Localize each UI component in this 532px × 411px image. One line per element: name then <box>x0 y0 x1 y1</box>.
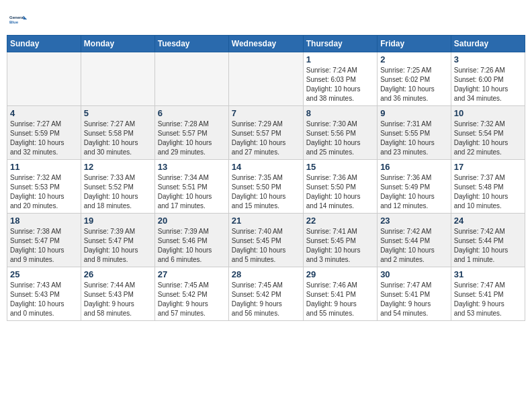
day-number: 9 <box>380 108 448 118</box>
calendar-cell: 20Sunrise: 7:39 AM Sunset: 5:46 PM Dayli… <box>154 214 228 267</box>
calendar-cell: 18Sunrise: 7:38 AM Sunset: 5:47 PM Dayli… <box>7 214 81 267</box>
day-info: Sunrise: 7:43 AM Sunset: 5:43 PM Dayligh… <box>10 281 78 318</box>
svg-text:Blue: Blue <box>9 20 19 24</box>
week-row-1: 1Sunrise: 7:24 AM Sunset: 6:03 PM Daylig… <box>7 52 525 106</box>
day-number: 7 <box>232 108 300 118</box>
day-info: Sunrise: 7:28 AM Sunset: 5:57 PM Dayligh… <box>158 120 226 157</box>
week-row-2: 4Sunrise: 7:27 AM Sunset: 5:59 PM Daylig… <box>7 106 525 160</box>
day-info: Sunrise: 7:27 AM Sunset: 5:58 PM Dayligh… <box>84 120 152 157</box>
day-number: 21 <box>232 216 300 226</box>
calendar-cell: 25Sunrise: 7:43 AM Sunset: 5:43 PM Dayli… <box>7 267 81 321</box>
day-info: Sunrise: 7:40 AM Sunset: 5:45 PM Dayligh… <box>232 227 300 265</box>
day-number: 15 <box>306 162 374 172</box>
calendar-cell <box>81 52 154 106</box>
calendar-cell: 26Sunrise: 7:44 AM Sunset: 5:43 PM Dayli… <box>81 267 154 321</box>
calendar-cell: 6Sunrise: 7:28 AM Sunset: 5:57 PM Daylig… <box>154 106 228 160</box>
day-info: Sunrise: 7:25 AM Sunset: 6:02 PM Dayligh… <box>380 66 448 103</box>
calendar-cell: 22Sunrise: 7:41 AM Sunset: 5:45 PM Dayli… <box>303 214 377 267</box>
week-row-5: 25Sunrise: 7:43 AM Sunset: 5:43 PM Dayli… <box>7 267 525 321</box>
svg-text:General: General <box>9 15 25 19</box>
day-info: Sunrise: 7:41 AM Sunset: 5:45 PM Dayligh… <box>306 227 374 265</box>
day-info: Sunrise: 7:29 AM Sunset: 5:57 PM Dayligh… <box>232 120 300 157</box>
day-number: 8 <box>306 108 374 118</box>
calendar-cell: 9Sunrise: 7:31 AM Sunset: 5:55 PM Daylig… <box>378 106 451 160</box>
day-info: Sunrise: 7:39 AM Sunset: 5:46 PM Dayligh… <box>158 227 226 265</box>
calendar-cell: 2Sunrise: 7:25 AM Sunset: 6:02 PM Daylig… <box>378 52 451 106</box>
header-day-tuesday: Tuesday <box>154 36 228 52</box>
week-row-3: 11Sunrise: 7:32 AM Sunset: 5:53 PM Dayli… <box>7 160 525 214</box>
day-info: Sunrise: 7:36 AM Sunset: 5:49 PM Dayligh… <box>380 173 448 211</box>
calendar-cell: 19Sunrise: 7:39 AM Sunset: 5:47 PM Dayli… <box>81 214 154 267</box>
day-number: 1 <box>306 54 374 64</box>
day-number: 3 <box>454 54 522 64</box>
calendar-cell: 30Sunrise: 7:47 AM Sunset: 5:41 PM Dayli… <box>378 267 451 321</box>
calendar-cell: 7Sunrise: 7:29 AM Sunset: 5:57 PM Daylig… <box>228 106 303 160</box>
calendar-cell: 17Sunrise: 7:37 AM Sunset: 5:48 PM Dayli… <box>451 160 525 214</box>
day-info: Sunrise: 7:39 AM Sunset: 5:47 PM Dayligh… <box>84 227 152 265</box>
day-number: 4 <box>10 108 78 118</box>
calendar-cell: 1Sunrise: 7:24 AM Sunset: 6:03 PM Daylig… <box>303 52 377 106</box>
day-info: Sunrise: 7:45 AM Sunset: 5:42 PM Dayligh… <box>158 281 226 318</box>
day-info: Sunrise: 7:44 AM Sunset: 5:43 PM Dayligh… <box>84 281 152 318</box>
day-info: Sunrise: 7:47 AM Sunset: 5:41 PM Dayligh… <box>380 281 448 318</box>
calendar: SundayMondayTuesdayWednesdayThursdayFrid… <box>7 35 525 321</box>
calendar-cell: 31Sunrise: 7:47 AM Sunset: 5:41 PM Dayli… <box>451 267 525 321</box>
calendar-cell <box>154 52 228 106</box>
calendar-cell: 21Sunrise: 7:40 AM Sunset: 5:45 PM Dayli… <box>228 214 303 267</box>
day-number: 16 <box>380 162 448 172</box>
day-number: 10 <box>454 108 522 118</box>
header-row: SundayMondayTuesdayWednesdayThursdayFrid… <box>7 36 525 52</box>
day-info: Sunrise: 7:42 AM Sunset: 5:44 PM Dayligh… <box>380 227 448 265</box>
day-number: 23 <box>380 216 448 226</box>
day-info: Sunrise: 7:27 AM Sunset: 5:59 PM Dayligh… <box>10 120 78 157</box>
day-number: 19 <box>84 216 152 226</box>
day-info: Sunrise: 7:45 AM Sunset: 5:42 PM Dayligh… <box>232 281 300 318</box>
calendar-cell <box>228 52 303 106</box>
header-day-thursday: Thursday <box>303 36 377 52</box>
day-info: Sunrise: 7:26 AM Sunset: 6:00 PM Dayligh… <box>454 66 522 103</box>
day-info: Sunrise: 7:33 AM Sunset: 5:52 PM Dayligh… <box>84 173 152 211</box>
day-number: 2 <box>380 54 448 64</box>
day-info: Sunrise: 7:46 AM Sunset: 5:41 PM Dayligh… <box>306 281 374 318</box>
logo-icon: GeneralBlue <box>9 9 30 30</box>
calendar-cell <box>7 52 81 106</box>
day-number: 6 <box>158 108 226 118</box>
day-info: Sunrise: 7:36 AM Sunset: 5:50 PM Dayligh… <box>306 173 374 211</box>
day-number: 22 <box>306 216 374 226</box>
day-info: Sunrise: 7:34 AM Sunset: 5:51 PM Dayligh… <box>158 173 226 211</box>
calendar-cell: 15Sunrise: 7:36 AM Sunset: 5:50 PM Dayli… <box>303 160 377 214</box>
calendar-cell: 12Sunrise: 7:33 AM Sunset: 5:52 PM Dayli… <box>81 160 154 214</box>
day-number: 12 <box>84 162 152 172</box>
day-info: Sunrise: 7:47 AM Sunset: 5:41 PM Dayligh… <box>454 281 522 318</box>
page-header: GeneralBlue <box>7 7 525 30</box>
day-number: 20 <box>158 216 226 226</box>
calendar-cell: 10Sunrise: 7:32 AM Sunset: 5:54 PM Dayli… <box>451 106 525 160</box>
day-number: 28 <box>232 269 300 279</box>
day-number: 29 <box>306 269 374 279</box>
header-day-sunday: Sunday <box>7 36 81 52</box>
calendar-cell: 23Sunrise: 7:42 AM Sunset: 5:44 PM Dayli… <box>378 214 451 267</box>
calendar-cell: 11Sunrise: 7:32 AM Sunset: 5:53 PM Dayli… <box>7 160 81 214</box>
calendar-cell: 29Sunrise: 7:46 AM Sunset: 5:41 PM Dayli… <box>303 267 377 321</box>
day-info: Sunrise: 7:31 AM Sunset: 5:55 PM Dayligh… <box>380 120 448 157</box>
calendar-cell: 16Sunrise: 7:36 AM Sunset: 5:49 PM Dayli… <box>378 160 451 214</box>
day-number: 26 <box>84 269 152 279</box>
day-info: Sunrise: 7:24 AM Sunset: 6:03 PM Dayligh… <box>306 66 374 103</box>
week-row-4: 18Sunrise: 7:38 AM Sunset: 5:47 PM Dayli… <box>7 214 525 267</box>
day-info: Sunrise: 7:32 AM Sunset: 5:53 PM Dayligh… <box>10 173 78 211</box>
day-number: 31 <box>454 269 522 279</box>
calendar-cell: 8Sunrise: 7:30 AM Sunset: 5:56 PM Daylig… <box>303 106 377 160</box>
day-info: Sunrise: 7:38 AM Sunset: 5:47 PM Dayligh… <box>10 227 78 265</box>
day-number: 27 <box>158 269 226 279</box>
header-day-monday: Monday <box>81 36 154 52</box>
day-info: Sunrise: 7:32 AM Sunset: 5:54 PM Dayligh… <box>454 120 522 157</box>
calendar-cell: 5Sunrise: 7:27 AM Sunset: 5:58 PM Daylig… <box>81 106 154 160</box>
header-day-wednesday: Wednesday <box>228 36 303 52</box>
calendar-cell: 27Sunrise: 7:45 AM Sunset: 5:42 PM Dayli… <box>154 267 228 321</box>
svg-marker-2 <box>24 15 28 19</box>
day-info: Sunrise: 7:42 AM Sunset: 5:44 PM Dayligh… <box>454 227 522 265</box>
day-number: 30 <box>380 269 448 279</box>
day-info: Sunrise: 7:35 AM Sunset: 5:50 PM Dayligh… <box>232 173 300 211</box>
day-number: 18 <box>10 216 78 226</box>
calendar-cell: 24Sunrise: 7:42 AM Sunset: 5:44 PM Dayli… <box>451 214 525 267</box>
